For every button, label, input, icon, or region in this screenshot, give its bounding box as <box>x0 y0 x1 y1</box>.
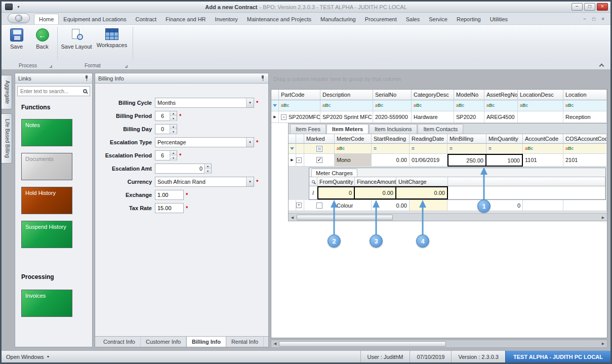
spin-up-icon[interactable]: ▲ <box>205 164 211 169</box>
cell-minquantity-highlighted[interactable]: 1000 <box>486 154 523 167</box>
hold-history-button[interactable]: Hold History <box>21 187 72 214</box>
cell-modelno[interactable]: SP2020 <box>454 111 484 123</box>
cell-readingdate[interactable]: 01/06/2019 <box>410 154 447 167</box>
cell-minbilling-highlighted[interactable]: 250.00 <box>447 154 486 167</box>
cell-metercode[interactable]: Mono <box>335 154 372 167</box>
cell-partcode[interactable]: −SP2020MFC <box>279 111 320 123</box>
ribbon-tab-inventory[interactable]: Inventory <box>211 14 242 24</box>
mdi-restore-icon[interactable]: □ <box>592 16 595 22</box>
side-tab-aggregate[interactable]: Aggregate <box>2 75 12 109</box>
meter-filter-metercode[interactable]: aBc <box>335 144 372 154</box>
filter-cell-categorydesc[interactable]: aBc <box>412 100 454 111</box>
search-input[interactable] <box>20 89 83 94</box>
cell-accountcode[interactable] <box>523 200 563 211</box>
meter-filter-marked[interactable] <box>304 144 335 154</box>
save-layout-button[interactable]: Save Layout <box>59 27 94 61</box>
spin-up-icon[interactable]: ▲ <box>170 151 177 156</box>
filter-icon[interactable] <box>290 147 294 150</box>
links-search-box[interactable] <box>17 86 90 96</box>
invoices-button[interactable]: Invoices <box>21 290 72 317</box>
cell-cosaccountcode[interactable] <box>563 200 607 211</box>
tax-rate-field[interactable] <box>155 203 184 213</box>
cell-locationdesc[interactable] <box>518 111 563 123</box>
maximize-button[interactable]: □ <box>584 3 595 11</box>
chevron-down-icon[interactable]: ▼ <box>246 177 254 186</box>
tab-contract-info[interactable]: Contract Info <box>98 337 141 347</box>
open-windows-button[interactable]: Open Windows ▼ <box>2 351 55 362</box>
meter-row-mono[interactable]: ▶ − Mono 0.00 01/06/2019 250.00 1000 110… <box>289 154 607 167</box>
scroll-right-icon[interactable]: ▶ <box>599 214 607 221</box>
scroll-left-icon[interactable]: ◀ <box>271 342 279 346</box>
meter-filter-startreading[interactable]: = <box>372 144 410 154</box>
minimize-button[interactable]: − <box>572 3 583 11</box>
tab-item-inclusions[interactable]: Item Inclusions <box>369 124 417 134</box>
save-button[interactable]: Save <box>4 27 29 61</box>
charge-row[interactable]: I 0 0.00 0.00 <box>309 186 605 199</box>
tab-customer-info[interactable]: Customer Info <box>141 337 186 347</box>
filter-cell-modelno[interactable]: aBc <box>454 100 484 111</box>
grid-horizontal-scrollbar[interactable]: ◀ ▶ <box>271 340 607 348</box>
cell-marked[interactable] <box>304 154 335 167</box>
scrollbar-thumb[interactable] <box>279 341 446 347</box>
pin-icon[interactable] <box>85 75 89 81</box>
suspend-history-button[interactable]: Suspend History <box>21 221 72 248</box>
spin-up-icon[interactable]: ▲ <box>170 111 177 116</box>
escalation-period-spinner[interactable]: 6 ▲▼ <box>155 150 177 160</box>
ribbon-tab-manufacturing[interactable]: Manufacturing <box>316 14 360 24</box>
cell-categorydesc[interactable]: Hardware <box>412 111 454 123</box>
column-header-locationdesc[interactable]: LocationDesc <box>518 90 563 100</box>
filter-cell-locationdesc[interactable]: aBc <box>518 100 563 111</box>
quick-access-arrow-icon[interactable]: ▼ <box>17 5 20 9</box>
mdi-close-icon[interactable]: × <box>601 16 604 22</box>
column-header-modelno[interactable]: ModelNo <box>454 90 484 100</box>
column-header-assetregno[interactable]: AssetRegNo <box>484 90 518 100</box>
ribbon-collapse-icon[interactable] <box>599 64 604 69</box>
ribbon-tab-contract[interactable]: Contract <box>131 14 161 24</box>
ribbon-tab-maintenance-and-projects[interactable]: Maintenance and Projects <box>242 14 316 24</box>
tab-item-contacts[interactable]: Item Contacts <box>418 124 463 134</box>
pin-icon[interactable] <box>261 75 265 81</box>
close-button[interactable]: × <box>597 3 608 11</box>
search-icon[interactable] <box>312 180 315 183</box>
checkbox-indeterminate[interactable] <box>316 146 322 152</box>
cell-accountcode[interactable]: 1101 <box>523 154 563 167</box>
ribbon-tab-reporting[interactable]: Reporting <box>452 14 485 24</box>
scroll-left-icon[interactable]: ◀ <box>289 214 296 221</box>
ribbon-tab-utilities[interactable]: Utilities <box>485 14 512 24</box>
meter-column-header-marked[interactable]: Marked <box>304 134 335 144</box>
cell-unitcharge-highlighted[interactable]: 0.00 <box>396 186 448 199</box>
escalation-type-select[interactable]: Percentage ▼ <box>155 137 254 147</box>
spin-up-icon[interactable]: ▲ <box>170 125 177 130</box>
exchange-field[interactable] <box>155 190 184 200</box>
escalation-amt-spinner[interactable]: 0 ▲▼ <box>155 164 212 174</box>
meter-column-header-minquantity[interactable]: MinQuantity <box>486 134 523 144</box>
group-by-hint[interactable]: Drag a column header here to group by th… <box>269 70 609 89</box>
currency-select[interactable]: South African Rand ▼ <box>155 177 254 187</box>
billing-day-spinner[interactable]: 0 ▲▼ <box>155 124 177 134</box>
spin-down-icon[interactable]: ▼ <box>170 130 177 135</box>
application-menu-button[interactable] <box>8 13 30 23</box>
tab-item-fees[interactable]: Item Fees <box>290 124 326 134</box>
ribbon-tab-sales[interactable]: Sales <box>401 14 425 24</box>
checkbox-checked[interactable] <box>316 157 322 163</box>
workspaces-button[interactable]: Workspaces <box>94 27 130 61</box>
cell-fromquantity-highlighted[interactable]: 0 <box>317 186 355 199</box>
ribbon-tab-service[interactable]: Service <box>424 14 452 24</box>
back-button[interactable]: ← Back <box>29 27 55 61</box>
meter-column-header-minbilling[interactable]: MinBilling <box>447 134 486 144</box>
ribbon-tab-equipment-and-locations[interactable]: Equipment and Locations <box>59 14 131 24</box>
chevron-down-icon[interactable]: ▼ <box>246 138 254 147</box>
mdi-minimize-icon[interactable]: − <box>583 16 586 22</box>
expand-row-icon[interactable]: + <box>296 203 302 208</box>
filter-cell-assetregno[interactable]: aBc <box>484 100 518 111</box>
cell-cosaccountcode[interactable]: 2101 <box>563 154 607 167</box>
cell-description[interactable]: SP2020 Sprint MFC <box>320 111 373 123</box>
filter-cell-location[interactable]: aBc <box>563 100 607 111</box>
charge-column-header-fromquantity[interactable]: FromQuantity <box>317 177 355 186</box>
filter-cell-serialno[interactable]: aBc <box>373 100 412 111</box>
tab-rental-info[interactable]: Rental Info <box>226 337 264 347</box>
tab-item-meters[interactable]: Item Meters <box>327 124 369 134</box>
search-icon[interactable] <box>83 89 87 93</box>
charge-column-header-financeamount[interactable]: FinanceAmount <box>355 177 396 186</box>
documents-button[interactable]: Documents <box>21 153 72 180</box>
